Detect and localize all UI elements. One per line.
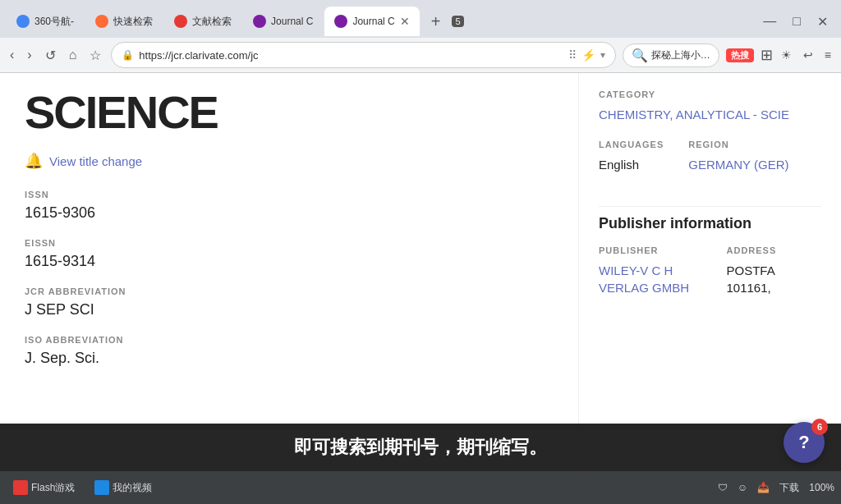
search-area[interactable]: 🔍 探秘上海小… (623, 44, 719, 67)
tab-favicon-5 (334, 15, 347, 28)
video-label: 我的视频 (113, 481, 152, 495)
jcr-abbr-field: JCR ABBREVIATION J SEP SCI (25, 286, 554, 318)
taskbar: Flash游戏 我的视频 🛡 ☺ 📥 下载 100% (0, 471, 841, 504)
divider (599, 206, 821, 207)
zoom-level[interactable]: 100% (809, 482, 834, 493)
hot-badge[interactable]: 热搜 (726, 48, 754, 62)
publisher-row: PUBLISHER WILEY-V C H VERLAG GMBH ADDRES… (599, 245, 821, 313)
publisher-label: PUBLISHER (599, 245, 694, 255)
tab-quicksearch[interactable]: 快速检索 (85, 7, 163, 36)
grid-dots-icon: ⠿ (568, 48, 577, 62)
address-bar: ‹ › ↺ ⌂ ☆ 🔒 https://jcr.clarivate.com/jc… (0, 38, 841, 72)
iso-abbr-value: J. Sep. Sci. (25, 350, 554, 367)
tab-favicon-3 (174, 15, 187, 28)
languages-label: LANGUAGES (599, 140, 664, 149)
languages-section: LANGUAGES English (599, 140, 664, 190)
jcr-abbr-label: JCR ABBREVIATION (25, 286, 554, 296)
tab-favicon-1 (16, 15, 30, 28)
iso-abbr-label: ISO ABBREVIATION (25, 335, 554, 345)
tab-journal-5[interactable]: Journal C ✕ (324, 7, 419, 36)
search-icon: 🔍 (632, 48, 648, 63)
tab-close-5[interactable]: ✕ (400, 15, 410, 28)
tab-label-4: Journal C (271, 16, 313, 27)
tab-favicon-2 (95, 15, 108, 28)
help-badge: 6 (811, 419, 828, 435)
browser-chrome: 360号航- 快速检索 文献检索 Journal C Journal C ✕ +… (0, 0, 841, 73)
issn-value: 1615-9306 (25, 204, 554, 222)
tab-literature[interactable]: 文献检索 (164, 7, 241, 36)
forward-button[interactable]: › (24, 44, 34, 66)
help-icon: ? (798, 432, 809, 453)
region-value: GERMANY (GER) (688, 156, 788, 173)
refresh-button[interactable]: ↺ (42, 44, 59, 66)
address-value: POSTFA 101161, (727, 262, 822, 296)
grid-view-icon[interactable]: ⊞ (761, 46, 773, 64)
overlay-message: 即可搜索到期刊号，期刊缩写。 (294, 437, 547, 457)
dropdown-icon[interactable]: ▾ (600, 49, 605, 61)
menu-icon[interactable]: ≡ (821, 47, 834, 63)
tab-label-5: Journal C (352, 16, 394, 27)
lightning-icon: ⚡ (581, 48, 595, 62)
taskbar-item-flash[interactable]: Flash游戏 (7, 477, 81, 498)
region-label: REGION (688, 140, 788, 149)
publisher-value: WILEY-V C H VERLAG GMBH (599, 262, 694, 296)
lock-icon: 🔒 (122, 49, 134, 61)
address-label: ADDRESS (727, 245, 822, 255)
brightness-icon[interactable]: ☀ (778, 47, 795, 63)
category-label: CATEGORY (599, 89, 821, 99)
search-text: 探秘上海小… (651, 48, 710, 62)
tab-label-2: 快速检索 (113, 15, 153, 29)
tab-360[interactable]: 360号航- (7, 7, 84, 36)
eissn-label: EISSN (25, 238, 554, 248)
tab-journal-4[interactable]: Journal C (243, 7, 323, 36)
tab-label-3: 文献检索 (192, 15, 232, 29)
category-value: CHEMISTRY, ANALYTICAL - SCIE (599, 106, 821, 123)
jcr-abbr-value: J SEP SCI (25, 301, 554, 318)
taskbar-icon-3[interactable]: 📥 (757, 482, 770, 493)
help-button[interactable]: ? 6 (784, 422, 825, 463)
issn-label: ISSN (25, 190, 554, 199)
iso-abbr-field: ISO ABBREVIATION J. Sep. Sci. (25, 335, 554, 367)
tab-label-1: 360号航- (34, 15, 74, 29)
region-section: REGION GERMANY (GER) (688, 140, 788, 190)
url-text: https://jcr.clarivate.com/jc (139, 49, 563, 62)
video-icon (94, 480, 109, 495)
taskbar-item-video[interactable]: 我的视频 (88, 477, 159, 498)
window-controls: — □ ✕ (756, 11, 834, 33)
journal-logo: SCIENCE (25, 89, 554, 135)
address-col: ADDRESS POSTFA 101161, (727, 245, 822, 313)
publisher-col: PUBLISHER WILEY-V C H VERLAG GMBH (599, 245, 694, 313)
back-button[interactable]: ‹ (7, 44, 17, 66)
taskbar-security-icon[interactable]: 🛡 (718, 482, 728, 493)
close-button[interactable]: ✕ (811, 11, 834, 33)
issn-field: ISSN 1615-9306 (25, 190, 554, 222)
title-change-section: 🔔 View title change (25, 152, 554, 170)
url-bar[interactable]: 🔒 https://jcr.clarivate.com/jc ⠿ ⚡ ▾ (111, 42, 616, 68)
tab-favicon-4 (253, 15, 266, 28)
taskbar-right: 🛡 ☺ 📥 下载 100% (718, 481, 834, 495)
overlay-text: 即可搜索到期刊号，期刊缩写。 (0, 424, 841, 471)
category-section: CATEGORY CHEMISTRY, ANALYTICAL - SCIE (599, 89, 821, 123)
minimize-button[interactable]: — (756, 11, 783, 32)
undo-icon[interactable]: ↩ (800, 47, 816, 63)
lang-region-row: LANGUAGES English REGION GERMANY (GER) (599, 140, 821, 190)
tab-counter: 5 (452, 16, 463, 27)
flash-label: Flash游戏 (31, 481, 75, 495)
download-label[interactable]: 下载 (779, 481, 799, 495)
maximize-button[interactable]: □ (786, 11, 807, 32)
star-button[interactable]: ☆ (86, 44, 104, 66)
flash-icon (13, 480, 28, 495)
toolbar-icons: ⊞ ☀ ↩ ≡ (761, 46, 834, 64)
bell-icon: 🔔 (25, 152, 43, 170)
publisher-info-title: Publisher information (599, 215, 821, 232)
eissn-field: EISSN 1615-9314 (25, 238, 554, 270)
view-title-change-link[interactable]: View title change (49, 154, 142, 168)
new-tab-button[interactable]: + (425, 9, 448, 34)
eissn-value: 1615-9314 (25, 253, 554, 270)
languages-value: English (599, 156, 664, 173)
taskbar-icon-2[interactable]: ☺ (738, 482, 747, 493)
home-button[interactable]: ⌂ (66, 44, 80, 66)
tab-bar: 360号航- 快速检索 文献检索 Journal C Journal C ✕ +… (0, 0, 841, 38)
